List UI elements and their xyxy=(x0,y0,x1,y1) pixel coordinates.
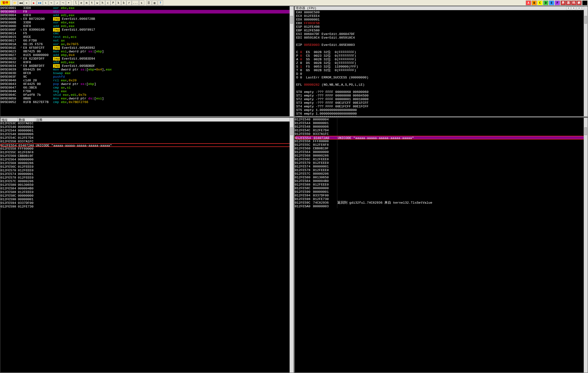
toolbar-btn-w[interactable]: w xyxy=(94,0,100,5)
toolbar-btn-b[interactable]: b xyxy=(121,0,126,5)
pause-button[interactable]: 暂停 xyxy=(0,0,10,5)
dump-row[interactable]: 012FE53C0337A01C xyxy=(0,122,294,125)
disasm-row[interactable]: 005E0039 894425 04mov dword ptr ss:[ebp+… xyxy=(0,68,294,72)
disasm-row[interactable]: 005E0006vE9 B0720200jmp EverEdit.006072B… xyxy=(0,17,294,21)
stack-row[interactable]: 012FE598012FE730 xyxy=(295,197,588,201)
dump-row[interactable]: 012FE54000000004 xyxy=(0,125,294,129)
step-out-icon[interactable]: ↗ xyxy=(54,0,60,5)
toolbar-btn-h[interactable]: h xyxy=(100,0,105,5)
stack-row[interactable]: 012FE57C00000206 xyxy=(295,172,588,176)
toolbar-cjk-器[interactable]: 器 xyxy=(566,0,571,5)
toolbar-btn-...[interactable]: ... xyxy=(132,0,139,5)
disasm-row[interactable]: 005E004A F7D8neg eax xyxy=(0,90,294,93)
dump-row[interactable]: 012FE54400000001 xyxy=(0,129,294,133)
stack-pane[interactable]: 012FE54000000004012FE54400000001012FE548… xyxy=(294,117,588,373)
dump-row[interactable]: 012FE560CBB0B19F xyxy=(0,154,294,158)
marker-f[interactable]: F xyxy=(555,0,560,5)
dump-row[interactable]: 012FE59000000001 xyxy=(0,197,294,201)
stack-row[interactable]: 012FE56400000000 xyxy=(295,150,588,154)
disasm-row[interactable]: 005E0034^E9 A6DBFDFFjmp EverEdit.005BDBD… xyxy=(0,64,294,68)
stack-row[interactable]: 012FE584000004B0 xyxy=(295,179,588,183)
list-icon[interactable]: ☰ xyxy=(146,0,152,5)
stack-row[interactable]: 012FE5940337DF00 xyxy=(295,194,588,197)
toolbar-btn-l[interactable]: l xyxy=(73,0,79,5)
dump-row[interactable]: 012FE554034072A0UNICODE "aaaaa-aaaaa-aaa… xyxy=(0,143,294,147)
stack-row[interactable]: 012FE56800000286 xyxy=(295,154,588,157)
stack-row[interactable]: 012FE56C012FEEE0 xyxy=(295,157,588,161)
stack-row[interactable]: 012FE5500337A1FC xyxy=(295,132,588,136)
disasm-row[interactable]: 005E0001 33D8xor ebx,eax xyxy=(0,6,294,10)
dump-row[interactable]: 012FE5500337A1FC xyxy=(0,140,294,143)
dump-row[interactable]: 012FE588012FEEE0 xyxy=(0,190,294,194)
disasm-row[interactable]: 005E003F 9Cpushfd xyxy=(0,75,294,79)
dump-row[interactable]: 012FE570012FEEE0 xyxy=(0,169,294,172)
disasm-row[interactable]: 005E0015 85CEtest esi,ecx xyxy=(0,35,294,39)
stack-row[interactable]: 012FE54C012FE7D4 xyxy=(295,129,588,132)
disasm-row[interactable]: 005E0027 81C5 04000000add ebp,0x4 xyxy=(0,53,294,57)
folder-icon[interactable]: 📁 xyxy=(12,0,18,5)
dump-row[interactable]: 012FE58C00000000 xyxy=(0,194,294,197)
stack-row[interactable]: 012FE59000000001 xyxy=(295,190,588,194)
disasm-row[interactable]: 005E000D 03F8add edi,eax xyxy=(0,24,294,28)
stack-row[interactable]: 012FE560CBB0B19F xyxy=(295,147,588,150)
dump-row[interactable]: 012FE57C00000206 xyxy=(0,179,294,183)
dump-row[interactable]: 012FE55C012FE6F8 xyxy=(0,151,294,154)
disasm-row[interactable]: 005E0032 03F8add edi,eax xyxy=(0,61,294,64)
toolbar-btn-r[interactable]: r xyxy=(126,0,132,5)
nav-prev-icon[interactable]: < xyxy=(572,7,576,10)
marker-b[interactable]: B xyxy=(532,0,537,5)
dump-row[interactable]: 012FE54800000006 xyxy=(0,133,294,136)
pause-icon[interactable]: ▮▮ xyxy=(37,0,42,5)
run-icon[interactable]: ▶ xyxy=(31,0,36,5)
toolbar-cjk-界[interactable]: 界 xyxy=(560,0,566,5)
stack-row[interactable]: 012FE57400000001 xyxy=(295,165,588,168)
dump-row[interactable]: 012FE56C012FEEE0 xyxy=(0,165,294,169)
toolbar-cjk-码[interactable]: 码 xyxy=(571,0,577,5)
disasm-row[interactable]: 005E000FvE9 03990100jmp EverEdit.005F991… xyxy=(0,28,294,31)
stack-row[interactable]: 012FE54800000006 xyxy=(295,125,588,129)
disassembly-pane[interactable]: 005E0001 33D8xor ebx,eax005E0003 F9stc 0… xyxy=(0,6,294,117)
stack-row[interactable]: 012FE59C74C82936返回到 gdi32ful.74C82936 来自… xyxy=(295,201,588,205)
help-icon[interactable]: ? xyxy=(158,0,163,5)
marker-d[interactable]: D xyxy=(543,0,548,5)
dump-row[interactable]: 012FE58000130650 xyxy=(0,183,294,187)
nav-first-icon[interactable]: < xyxy=(566,7,571,10)
dump-pane[interactable]: 地址 数值 注释 012FE53C0337A01C012FE5400000000… xyxy=(0,117,294,373)
dump-row[interactable]: 012FE54C012FE7D4 xyxy=(0,136,294,140)
disasm-row[interactable]: 005E001E^E9 6F59FCFFjmp EverEdit.005A599… xyxy=(0,46,294,50)
disasm-row[interactable]: 005E000B 33D8xor ebx,eax xyxy=(0,21,294,24)
toolbar-btn-k[interactable]: k xyxy=(116,0,121,5)
registers-scrollbar[interactable] xyxy=(584,6,588,116)
toolbar-btn-c[interactable]: c xyxy=(105,0,111,5)
dump-row[interactable]: 012FE56800000286 xyxy=(0,161,294,165)
stack-row[interactable]: 012FE58C00000000 xyxy=(295,186,588,190)
marker-a[interactable]: A xyxy=(526,0,531,5)
dump-row[interactable]: 012FE558FFF80000 xyxy=(0,147,294,151)
stack-row[interactable]: 012FE54400000001 xyxy=(295,121,588,125)
disasm-row[interactable]: 005E0047 66:3BC6cmp ax,si xyxy=(0,86,294,90)
disasm-row[interactable]: 005E0004 03F8add edi,eax xyxy=(0,13,294,17)
step-over-icon[interactable]: ↷ xyxy=(49,0,54,5)
registers-pane[interactable]: 寄存器 (FPU) < < > > EAX 0000C509 ECX 012FE… xyxy=(294,6,588,117)
disasm-row[interactable]: 005E0014 F5cmc xyxy=(0,31,294,35)
stack-row[interactable]: 012FE570012FEEE0 xyxy=(295,161,588,165)
run-to-icon[interactable]: ➤ xyxy=(66,0,71,5)
step-into-icon[interactable]: ↴ xyxy=(43,0,48,5)
close-icon[interactable]: ✕ xyxy=(24,0,29,5)
dump-row[interactable]: 012FE57400000001 xyxy=(0,172,294,176)
stack-row[interactable]: 012FE58000130650 xyxy=(295,176,588,179)
disasm-row[interactable]: 005E002D^E9 623DFDFFjmp EverEdit.005B3D9… xyxy=(0,57,294,61)
disasm-row[interactable]: 005E0040 c1d0 20rcl eax,0x20 xyxy=(0,79,294,82)
stack-row[interactable]: 012FE5A000000003 xyxy=(295,205,588,208)
trace-icon[interactable]: ⤳ xyxy=(60,0,66,5)
toolbar-btn-m[interactable]: m xyxy=(84,0,89,5)
toolbar-btn-s[interactable]: s xyxy=(139,0,144,5)
toolbar-btn-e[interactable]: e xyxy=(79,0,84,5)
stack-row[interactable]: 012FE588012FEEE0 xyxy=(295,183,588,186)
rewind-icon[interactable]: ◀◀ xyxy=(18,0,23,5)
dump-scrollbar[interactable] xyxy=(290,118,294,373)
disasm-row[interactable]: 005E004C 0fa4f8 7bshld eax,edi,0x7b xyxy=(0,93,294,97)
stack-row[interactable]: 012FE54000000004 xyxy=(295,118,588,121)
stack-row[interactable]: 012FE558FFF80000 xyxy=(295,139,588,143)
disasm-row[interactable]: 005E0050 8B06mov eax,dword ptr ds:[esi] xyxy=(0,97,294,100)
